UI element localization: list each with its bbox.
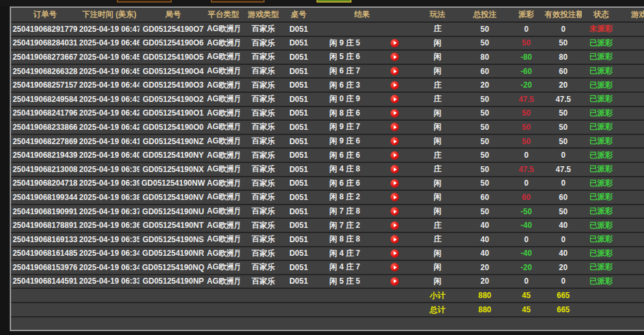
cell-payout: -40 [508,249,545,258]
cell-payout: -20 [508,263,545,272]
cell-payout: 47.5 [508,95,545,104]
grand-total-total-bet: 880 [462,305,508,314]
replay-icon[interactable] [390,95,399,103]
cell-play-type: 闲 [413,206,462,217]
result-text: 闲 4 庄 8 [311,164,379,175]
replay-icon[interactable] [390,67,399,75]
replay-icon[interactable] [390,53,399,61]
cell-round-number: GD051254190O3 [139,81,207,90]
play-triangle-icon [394,181,397,185]
table-row: 250419068273667 2025-04-19 06:45:44 GD05… [11,51,644,65]
cell-play-type: 闲 [413,121,462,132]
replay-icon[interactable] [390,207,399,216]
cell-status: 已派彩 [582,121,621,132]
cell-status: 已派彩 [582,262,621,273]
table-row: 250419068227869 2025-04-19 06:41:23 GD05… [11,135,644,149]
cell-result: 闲 7 庄 8 [311,206,413,217]
cell-valid-bet: 0 [545,235,582,244]
replay-icon[interactable] [390,137,399,145]
cell-play-type: 闲 [413,192,462,203]
play-triangle-icon [394,55,397,59]
table-row: 250419068178891 2025-04-19 06:36:24 GD05… [11,219,644,233]
cell-game-type: 百家乐 [240,262,287,273]
cell-bet-time: 2025-04-19 06:44:10 [79,81,139,90]
cell-bet-time: 2025-04-19 06:46:39 [79,38,139,47]
replay-icon[interactable] [390,123,399,131]
cell-valid-bet: 50 [545,38,582,47]
table-row: 250419068199344 2025-04-19 06:38:27 GD05… [11,191,644,205]
replay-icon[interactable] [390,81,399,90]
header-result: 结果 [311,9,413,20]
cell-play-type: 闲 [413,66,462,77]
table-row: 250419068190991 2025-04-19 06:37:38 GD05… [11,205,644,219]
replay-icon[interactable] [390,277,399,286]
result-text: 闲 8 庄 8 [311,234,379,245]
cell-payout: 50 [508,108,545,118]
header-round-number: 局号 [139,9,207,20]
result-text: 闲 8 庄 2 [311,192,379,203]
cell-result: 闲 5 庄 5 [311,276,413,287]
cell-table-number: D051 [287,235,311,244]
cell-result: 闲 9 庄 5 [311,38,413,49]
cell-bet-time: 2025-04-19 06:35:28 [79,235,139,244]
result-text: 闲 8 庄 6 [311,108,379,119]
cell-bet-time: 2025-04-19 06:34:43 [79,249,139,258]
play-triangle-icon [394,251,397,255]
replay-icon[interactable] [390,193,399,201]
cell-payout: 0 [508,179,545,188]
play-triangle-icon [394,69,397,73]
cell-game-type: 百家乐 [240,38,287,49]
cell-game-mode: - [621,67,644,76]
partial-button-1[interactable] [117,0,172,3]
cell-platform-type: AG欧洲厅 [207,108,240,119]
cell-play-type: 闲 [413,38,462,49]
cell-status: 已派彩 [582,164,621,175]
table-row: 250419068257157 2025-04-19 06:44:10 GD05… [11,79,644,93]
table-header-row: 订单号 下注时间 (美东) 局号 平台类型 游戏类型 桌号 结果 玩法 总投注 … [11,8,644,23]
cell-payout: -80 [508,53,545,62]
cell-platform-type: AG欧洲厅 [207,38,240,49]
replay-icon[interactable] [390,263,399,271]
partial-button-2[interactable] [211,0,265,3]
header-total-bet: 总投注 [462,9,508,20]
replay-icon[interactable] [390,165,399,173]
replay-icon[interactable] [390,235,399,243]
cell-total-bet: 50 [462,165,508,174]
replay-icon[interactable] [390,109,399,118]
cell-status: 已派彩 [582,66,621,77]
play-triangle-icon [394,266,397,269]
cell-result: 闲 6 庄 6 [311,178,413,189]
cell-status: 已派彩 [582,248,621,259]
table-row: 250419068213008 2025-04-19 06:39:53 GD05… [11,163,644,177]
cell-play-type: 闲 [413,248,462,259]
cell-valid-bet: 60 [545,67,582,76]
cell-payout: 50 [508,123,545,132]
cell-result: 闲 4 庄 7 [311,262,413,273]
cell-status: 已派彩 [582,93,621,105]
cell-order-number: 250419068161485 [11,249,79,258]
result-text: 闲 9 庄 6 [311,136,379,147]
play-triangle-icon [394,238,397,242]
cell-valid-bet: 0 [545,179,582,188]
cell-platform-type: AG欧洲厅 [207,234,240,245]
cell-order-number: 250419068219439 [11,151,79,160]
cell-round-number: GD051254190O0 [139,123,207,132]
cell-game-mode: - [621,221,644,230]
cell-platform-type: AG欧洲厅 [207,206,240,217]
cell-valid-bet: 0 [545,25,582,34]
cell-platform-type: AG欧洲厅 [207,262,240,273]
cell-result [311,25,413,33]
replay-icon[interactable] [390,179,399,188]
replay-icon[interactable] [390,39,399,47]
table-row: 250419068233866 2025-04-19 06:42:00 GD05… [11,121,644,135]
cell-platform-type: AG欧洲厅 [207,23,240,34]
replay-icon[interactable] [390,249,399,258]
replay-icon[interactable] [390,221,399,230]
replay-icon[interactable] [390,151,399,160]
cell-platform-type: AG欧洲厅 [207,150,240,161]
partial-button-active[interactable] [316,0,352,3]
cell-round-number: GD051254190NR [139,249,207,258]
cell-result: 闲 7 庄 2 [311,220,413,231]
table-empty-filler [11,317,644,330]
cell-round-number: GD051254190O5 [139,53,207,62]
